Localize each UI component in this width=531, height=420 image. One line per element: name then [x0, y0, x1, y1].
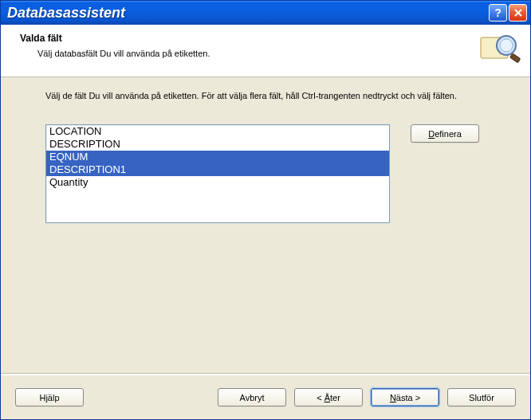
field-item[interactable]: DESCRIPTION — [46, 138, 389, 151]
svg-point-2 — [500, 39, 513, 52]
wizard-body: Välj de fält Du vill använda på etikette… — [1, 77, 530, 373]
titlebar: Databasassistent ? — [1, 1, 530, 25]
titlebar-buttons: ? — [489, 4, 527, 22]
page-subtitle: Välj databasfält Du vill använda på etik… — [20, 49, 519, 58]
define-button[interactable]: Definera — [411, 124, 479, 143]
fields-listbox[interactable]: LOCATIONDESCRIPTIONEQNUMDESCRIPTION1Quan… — [45, 124, 390, 223]
field-item[interactable]: DESCRIPTION1 — [46, 163, 389, 176]
field-item[interactable]: EQNUM — [46, 151, 389, 163]
field-item[interactable]: LOCATION — [46, 125, 389, 138]
help-button[interactable]: Hjälp — [15, 388, 84, 406]
field-select-area: LOCATIONDESCRIPTIONEQNUMDESCRIPTION1Quan… — [45, 124, 500, 223]
finish-button[interactable]: Slutför — [447, 388, 516, 406]
svg-rect-3 — [510, 53, 521, 63]
help-icon[interactable]: ? — [489, 4, 507, 22]
window-title: Databasassistent — [7, 5, 489, 22]
field-item[interactable]: Quantity — [46, 176, 389, 189]
cancel-button[interactable]: Avbryt — [218, 388, 286, 406]
close-icon[interactable] — [509, 4, 527, 22]
next-button[interactable]: Nästa > — [371, 388, 439, 406]
dialog-window: Databasassistent ? Valda fält Välj datab… — [0, 0, 531, 420]
wizard-footer: Hjälp Avbryt < Åter Nästa > Slutför — [1, 375, 530, 419]
back-button[interactable]: < Åter — [294, 388, 363, 406]
page-title: Valda fält — [20, 33, 519, 44]
wizard-header: Valda fält Välj databasfält Du vill anvä… — [1, 25, 530, 77]
instruction-text: Välj de fält Du vill använda på etikette… — [45, 90, 492, 102]
magnifier-icon — [478, 29, 522, 71]
